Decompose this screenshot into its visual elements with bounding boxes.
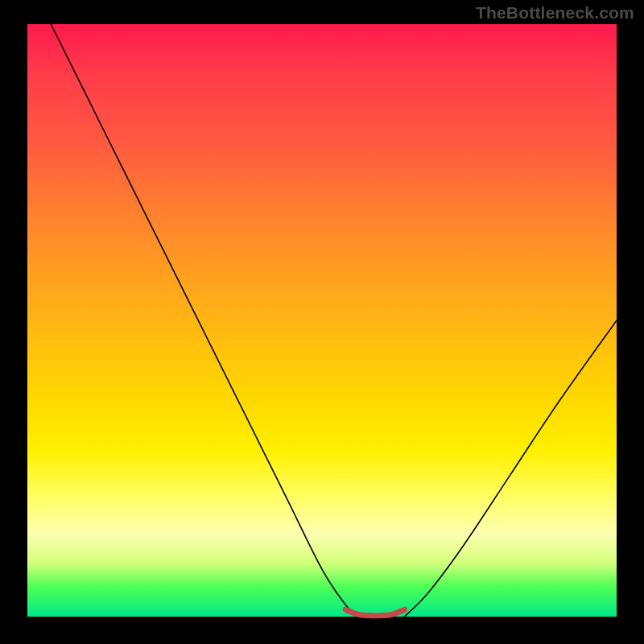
curve-left-branch: [51, 24, 357, 617]
chart-svg: [27, 24, 617, 617]
watermark-text: TheBottleneck.com: [476, 3, 634, 23]
valley-marker: [345, 609, 404, 616]
chart-frame: TheBottleneck.com: [0, 0, 644, 644]
curve-right-branch: [404, 320, 617, 617]
plot-area: [27, 24, 617, 617]
